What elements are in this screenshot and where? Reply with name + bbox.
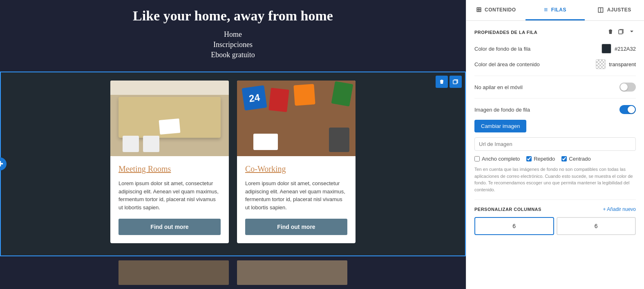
personalizar-title: PERSONALIZAR COLUMNAS [474, 207, 541, 212]
ajustes-icon: ◫ [597, 6, 604, 13]
imagen-fondo-label: Imagen de fondo de fila [474, 107, 530, 113]
tab-contenido-label: CONTENIDO [485, 7, 516, 13]
checkbox-repetido-label: Repetido [534, 156, 555, 162]
personalizar-header: PERSONALIZAR COLUMNAS + Añadir nuevo [474, 206, 636, 212]
tab-ajustes-label: AJUSTES [607, 7, 631, 13]
color-area-label: Color del área de contenido [474, 61, 540, 67]
preview-panel: Like your home, away from home Home Insc… [0, 0, 466, 289]
color-area-value: transparent [609, 61, 636, 67]
tab-filas-label: FILAS [551, 7, 566, 13]
checkbox-ancho-input[interactable] [474, 156, 480, 161]
card-co-working-text: Lorem ipsum dolor sit amet, consectetur … [245, 179, 347, 211]
header-section: Like your home, away from home Home Insc… [0, 0, 466, 72]
nav-link-ebook: Ebook gratuito [211, 51, 255, 59]
nav-link-inscripciones: Inscripciones [213, 40, 253, 49]
collapse-icon-btn[interactable] [628, 27, 636, 37]
no-apilar-toggle[interactable] [619, 83, 636, 92]
settings-panel: ⊞ CONTENIDO ≡ FILAS ◫ AJUSTES PROPIEDADE… [466, 0, 644, 289]
checkbox-ancho-completo[interactable]: Ancho completo [474, 156, 520, 162]
checkbox-row: Ancho completo Repetido Centrado [474, 156, 636, 162]
checkbox-ancho-label: Ancho completo [482, 156, 520, 162]
copy-icon-btn[interactable] [617, 27, 625, 37]
color-fondo-swatch[interactable]: #212A32 [602, 44, 636, 54]
color-fondo-value: #212A32 [615, 46, 636, 52]
cambiar-imagen-button[interactable]: Cambiar imagen [474, 120, 526, 132]
info-text: Ten en cuenta que las imágenes de fondo … [474, 166, 636, 193]
card-meeting-rooms-title: Meeting Rooms [119, 164, 221, 174]
imagen-fondo-toggle[interactable] [619, 105, 636, 114]
tab-ajustes[interactable]: ◫ AJUSTES [585, 0, 644, 20]
card-co-working[interactable]: 24 Co-Working Lorem ipsum dolor sit amet… [237, 81, 356, 243]
contenido-icon: ⊞ [476, 6, 482, 13]
no-apilar-label: No apilar en el móvil [474, 84, 523, 90]
divider-2 [474, 98, 636, 99]
column-2-value: 6 [595, 223, 598, 229]
section-header: PROPIEDADES DE LA FILA [474, 27, 636, 37]
column-box-2[interactable]: 6 [557, 217, 636, 235]
cards-row-inner: Meeting Rooms Lorem ipsum dolor sit amet… [13, 81, 453, 243]
tabs-bar: ⊞ CONTENIDO ≡ FILAS ◫ AJUSTES [466, 0, 644, 21]
tab-filas[interactable]: ≡ FILAS [525, 0, 585, 20]
bottom-image-2 [237, 260, 347, 285]
color-area-row: Color del área de contenido transparent [474, 59, 636, 69]
panel-content: PROPIEDADES DE LA FILA Color de fondo de… [466, 21, 644, 242]
url-imagen-input[interactable] [474, 137, 636, 151]
imagen-fondo-row: Imagen de fondo de fila [474, 105, 636, 114]
nav-link-home: Home [224, 30, 242, 39]
add-nuevo-button[interactable]: + Añadir nuevo [603, 206, 636, 212]
co-working-image: 24 [237, 81, 356, 156]
card-meeting-rooms-text: Lorem ipsum dolor sit amet, consectetur … [119, 179, 221, 211]
delete-row-button[interactable] [436, 76, 448, 88]
divider-3 [474, 199, 636, 200]
color-fondo-box [602, 44, 611, 54]
header-title: Like your home, away from home [16, 8, 449, 24]
duplicate-row-button[interactable] [449, 76, 462, 88]
move-handle[interactable]: ✚ [0, 157, 7, 170]
no-apilar-row: No apilar en el móvil [474, 83, 636, 92]
tab-contenido[interactable]: ⊞ CONTENIDO [466, 0, 525, 20]
propiedades-title: PROPIEDADES DE LA FILA [474, 30, 537, 35]
color-area-swatch[interactable]: transparent [596, 59, 636, 69]
svg-rect-1 [619, 30, 622, 34]
checkbox-centrado[interactable]: Centrado [561, 156, 590, 162]
checkbox-repetido[interactable]: Repetido [526, 156, 555, 162]
color-fondo-label: Color de fondo de la fila [474, 46, 530, 52]
card-co-working-title: Co-Working [245, 164, 347, 174]
nav-links: Home Inscripciones Ebook gratuito [16, 30, 449, 59]
column-box-1[interactable]: 6 ⋮ [474, 217, 554, 235]
filas-icon: ≡ [544, 6, 548, 13]
column-drag-handle[interactable]: ⋮ [552, 218, 555, 234]
svg-rect-0 [453, 80, 457, 84]
row-actions [436, 76, 462, 88]
divider-1 [474, 76, 636, 76]
checkbox-centrado-label: Centrado [569, 156, 590, 162]
color-fondo-row: Color de fondo de la fila #212A32 [474, 44, 636, 54]
column-1-value: 6 [512, 223, 516, 229]
cards-row[interactable]: ✚ Meeting Rooms [0, 72, 466, 256]
card-meeting-rooms-body: Meeting Rooms Lorem ipsum dolor sit amet… [110, 156, 229, 243]
color-area-box [596, 59, 606, 69]
columns-grid: 6 ⋮ 6 [474, 217, 636, 235]
bottom-image-1 [119, 260, 229, 285]
delete-icon-btn[interactable] [606, 27, 615, 37]
meeting-rooms-cta-button[interactable]: Find out more [119, 219, 221, 235]
section-actions [606, 27, 636, 37]
card-meeting-rooms[interactable]: Meeting Rooms Lorem ipsum dolor sit amet… [110, 81, 229, 243]
checkbox-centrado-input[interactable] [561, 156, 567, 161]
checkbox-repetido-input[interactable] [526, 156, 532, 161]
bottom-row [0, 256, 466, 289]
meeting-rooms-image [110, 81, 229, 156]
co-working-cta-button[interactable]: Find out more [245, 219, 347, 235]
card-co-working-body: Co-Working Lorem ipsum dolor sit amet, c… [237, 156, 356, 243]
